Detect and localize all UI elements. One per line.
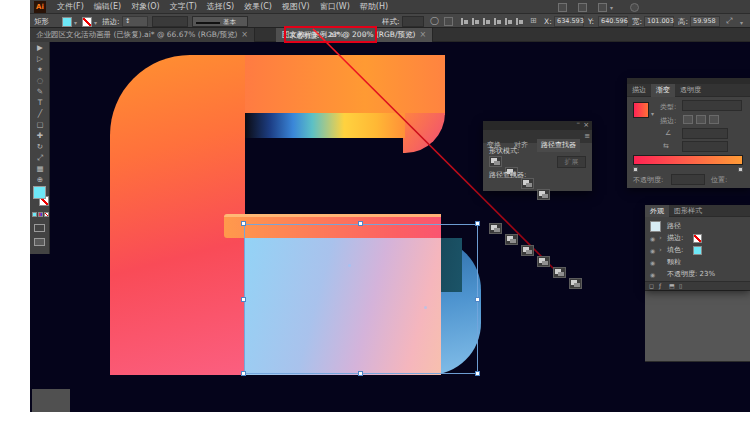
stock-icon[interactable] — [578, 3, 587, 12]
stop-opacity-dropdown[interactable] — [671, 174, 705, 185]
anchor-point[interactable] — [424, 306, 427, 309]
chevron-down-icon[interactable]: ▾ — [362, 29, 365, 40]
menu-select[interactable]: 选择(S) — [202, 0, 239, 14]
rectangle-tool[interactable]: ▢ — [30, 119, 50, 130]
selection-handle[interactable] — [241, 297, 246, 302]
gradient-tool[interactable]: ⊕ — [30, 174, 50, 185]
style-dropdown[interactable] — [402, 16, 424, 27]
recolor-artwork-icon[interactable]: ◯ — [430, 16, 439, 25]
expand-row-icon[interactable]: › — [659, 233, 662, 244]
tab-transparency[interactable]: 透明度 — [675, 84, 706, 97]
close-icon[interactable]: × — [419, 30, 426, 39]
trim-icon[interactable] — [505, 234, 518, 245]
eye-icon[interactable]: ◉ — [650, 259, 655, 266]
menu-view[interactable]: 视图(V) — [277, 0, 315, 14]
tab-gradient[interactable]: 渐变 — [651, 84, 675, 97]
align-left-icon[interactable] — [460, 17, 469, 26]
align-top-icon[interactable] — [493, 17, 502, 26]
width-field[interactable]: 101.003 — [644, 16, 674, 27]
gradient-stop[interactable] — [633, 167, 638, 172]
document-tab-1[interactable]: 企业园区文化活动画册 (已恢复).ai* @ 66.67% (RGB/预览)× — [30, 28, 255, 42]
appearance-row-fill[interactable]: 填色: — [667, 245, 683, 256]
scale-tool[interactable]: ⤢ — [30, 152, 50, 163]
stroke-color-swatch[interactable] — [82, 17, 92, 27]
bridge-icon[interactable] — [558, 3, 567, 12]
height-field[interactable]: 59.958 — [690, 16, 720, 27]
tab-stroke[interactable]: 描边 — [627, 84, 651, 97]
chevron-down-icon[interactable]: ▾ — [610, 4, 613, 11]
direct-selection-tool[interactable]: ▷ — [30, 53, 50, 64]
panel-menu-icon[interactable]: ≡ — [584, 132, 590, 140]
gradient-stop[interactable] — [738, 167, 743, 172]
outline-icon[interactable] — [553, 267, 566, 278]
selection-handle[interactable] — [241, 371, 246, 376]
panel-title-bar[interactable]: – × — [483, 121, 592, 130]
selection-handle[interactable] — [475, 221, 480, 226]
appearance-row-stroke[interactable]: 描边: — [667, 233, 683, 244]
status-bar-zoom-box[interactable] — [32, 389, 70, 412]
screen-mode-icon[interactable] — [34, 238, 45, 246]
menu-window[interactable]: 窗口(W) — [315, 0, 355, 14]
stepper-icon[interactable]: ↕ — [125, 17, 130, 25]
appearance-row-path[interactable]: 路径 — [667, 221, 681, 232]
anchor-point[interactable] — [348, 264, 351, 267]
align-right-icon[interactable] — [482, 17, 491, 26]
merge-icon[interactable] — [521, 245, 534, 256]
paintbrush-tool[interactable]: ✚ — [30, 130, 50, 141]
gradient-type-dropdown[interactable] — [682, 100, 742, 111]
close-icon[interactable]: × — [583, 121, 589, 129]
selection-handle[interactable] — [475, 297, 480, 302]
selection-handle[interactable] — [358, 371, 363, 376]
stroke-gradient-within-icon[interactable] — [683, 115, 693, 124]
gradient-fill-swatch[interactable] — [633, 102, 649, 118]
aspect-ratio-dropdown[interactable] — [682, 141, 728, 152]
appearance-row-grain[interactable]: 颗粒 — [667, 257, 681, 268]
stroke-none-swatch[interactable] — [693, 234, 702, 243]
opacity-value[interactable]: 23% — [328, 31, 344, 39]
arrange-documents-icon[interactable] — [598, 3, 607, 12]
type-tool[interactable]: T — [30, 97, 50, 108]
chevron-down-icon[interactable]: ▾ — [740, 17, 743, 28]
align-center-icon[interactable] — [471, 17, 480, 26]
minus-back-icon[interactable] — [569, 278, 582, 289]
exclude-icon[interactable] — [537, 189, 550, 200]
eye-icon[interactable]: ◉ — [650, 235, 655, 242]
shear-icon[interactable]: ⤢ — [726, 16, 732, 26]
new-stroke-icon[interactable]: ◻ — [649, 282, 654, 289]
menu-help[interactable]: 帮助(H) — [355, 0, 393, 14]
magic-wand-tool[interactable]: ✶ — [30, 64, 50, 75]
draw-mode-icon[interactable] — [34, 224, 45, 232]
new-effect-icon[interactable]: ƒ — [659, 282, 661, 289]
pen-tool[interactable]: ✎ — [30, 86, 50, 97]
appearance-row-opacity[interactable]: 不透明度: 23% — [667, 269, 715, 280]
document-setup-icon[interactable] — [444, 17, 453, 26]
lasso-tool[interactable]: ◌ — [30, 75, 50, 86]
none-mode-icon[interactable] — [44, 212, 49, 217]
menu-file[interactable]: 文件(F) — [52, 0, 89, 14]
crop-icon[interactable] — [537, 256, 550, 267]
divide-icon[interactable] — [489, 223, 502, 234]
eye-icon[interactable]: ◉ — [650, 247, 655, 254]
minimize-icon[interactable]: – — [577, 119, 581, 127]
unite-icon[interactable] — [489, 156, 502, 167]
gradient-slider-bar[interactable] — [633, 155, 743, 165]
align-middle-icon[interactable] — [504, 17, 513, 26]
eye-icon[interactable]: ◉ — [650, 271, 655, 278]
stroke-gradient-across-icon[interactable] — [709, 115, 719, 124]
selection-handle[interactable] — [358, 221, 363, 226]
line-tool[interactable]: ╱ — [30, 108, 50, 119]
delete-item-icon[interactable]: ▯ — [679, 282, 682, 289]
fill-swatch[interactable] — [33, 186, 46, 199]
chevron-down-icon[interactable]: ▾ — [94, 17, 97, 28]
y-field[interactable]: 640.596 — [598, 16, 628, 27]
expand-button[interactable]: 扩展 — [557, 156, 586, 168]
workspace-switcher-icon[interactable] — [630, 3, 639, 12]
menu-type[interactable]: 文字(T) — [165, 0, 202, 14]
gradient-angle-dropdown[interactable] — [682, 128, 728, 139]
stroke-gradient-along-icon[interactable] — [696, 115, 706, 124]
x-field[interactable]: 634.593 — [554, 16, 584, 27]
tab-appearance[interactable]: 外观 — [645, 205, 669, 217]
chevron-down-icon[interactable]: ▾ — [74, 17, 77, 28]
chevron-down-icon[interactable]: ▾ — [651, 108, 654, 119]
mesh-tool[interactable]: ▦ — [30, 163, 50, 174]
